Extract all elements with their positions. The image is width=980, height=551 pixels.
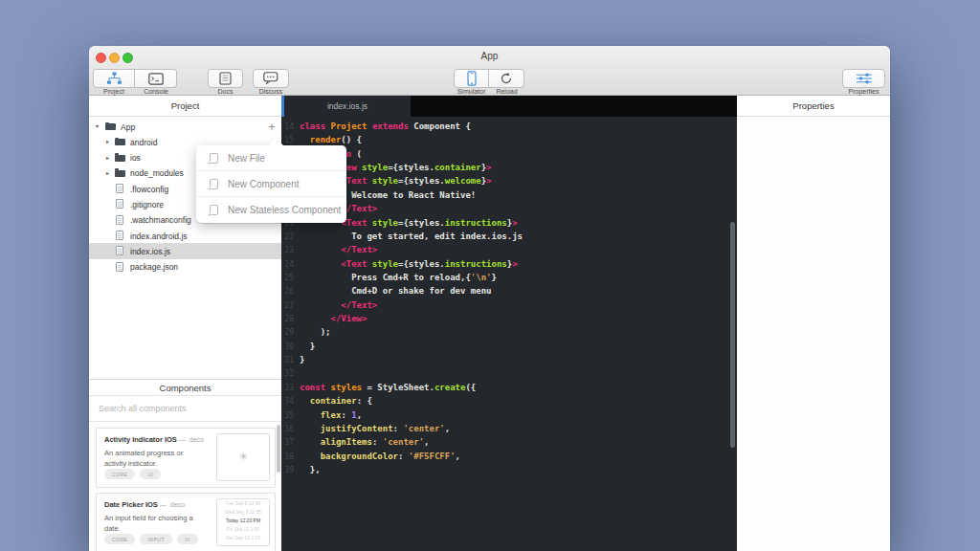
add-file-button[interactable]: + (264, 120, 279, 134)
tree-item-label: ios (130, 153, 141, 163)
new-file-menu: New FileNew ComponentNew Stateless Compo… (196, 145, 346, 223)
console-icon (148, 73, 164, 85)
code-line-text: </Text> (300, 300, 377, 310)
tree-item-package-json[interactable]: package.json (89, 259, 281, 275)
chevron-right-icon[interactable]: ▸ (106, 154, 109, 161)
line-number: 23 (281, 246, 294, 254)
code-line-text: Press Cmd+R to reload,{'\n'} (300, 273, 497, 282)
code-line-text: backgroundColor: '#F5FCFF', (300, 452, 460, 461)
code-line: 23 </Text> (281, 245, 737, 258)
code-line: 38 backgroundColor: '#F5FCFF', (281, 452, 737, 465)
component-card-description: An animated progress or activity indicat… (104, 449, 204, 469)
code-line: 16 return ( (281, 149, 737, 163)
chevron-right-icon[interactable]: ▸ (106, 169, 109, 176)
component-preview: Tue Sep 8 10 45Wed Sep 9 11 55Today 12 2… (216, 498, 270, 546)
components-panel-header: Components (89, 379, 281, 396)
project-panel-header: Project (89, 96, 281, 117)
component-card-activity-indicator-ios[interactable]: Activity Indicator IOS — decoAn animated… (96, 428, 276, 488)
tree-item-label: android (130, 138, 157, 147)
code-line-text: class Project extends Component { (300, 121, 471, 131)
folder-icon (115, 170, 125, 177)
tree-item-label: .flowconfig (130, 185, 168, 194)
code-line-text: } (300, 355, 304, 364)
console-button-label: Console (135, 88, 177, 95)
docs-button[interactable] (208, 69, 243, 88)
menu-item-new-component[interactable]: New Component (196, 171, 346, 197)
tree-item-index-ios-js[interactable]: index.ios.js (89, 243, 281, 258)
properties-icon (856, 73, 873, 84)
tree-item-index-android-js[interactable]: index.android.js (89, 228, 281, 243)
project-button[interactable] (93, 69, 135, 88)
code-line: 18 <Text style={styles.welcome}> (281, 176, 737, 189)
editor-scrollbar[interactable] (730, 222, 735, 448)
component-card-author: — deco (179, 436, 204, 443)
code-line-text: ); (300, 327, 331, 337)
tab-index-ios-js[interactable]: index.ios.js (284, 96, 411, 117)
code-line: 29 ); (281, 327, 737, 341)
component-card-tags: COREUI (104, 469, 161, 479)
tree-item-label: package.json (130, 262, 178, 272)
properties-button[interactable] (842, 69, 885, 88)
code-area[interactable]: 14class Project extends Component {15 re… (281, 121, 737, 478)
file-icon (116, 215, 123, 225)
file-icon (116, 246, 123, 255)
code-line: 15 render() { (281, 135, 737, 148)
line-number: 14 (281, 122, 294, 131)
line-number: 37 (281, 438, 294, 447)
line-number: 27 (281, 301, 294, 310)
date-picker-row: Wed Sep 9 11 55 (217, 508, 269, 517)
tree-item-App[interactable]: ▾App+ (89, 119, 281, 134)
code-line: 19 Welcome to React Native! (281, 190, 737, 204)
editor-tab-bar: index.ios.js (281, 96, 737, 117)
code-line: 17 <View style={styles.container}> (281, 163, 737, 176)
folder-icon (115, 139, 125, 145)
chevron-right-icon[interactable]: ▸ (106, 138, 109, 144)
reload-button[interactable] (489, 69, 524, 88)
code-line: 30 } (281, 342, 737, 355)
code-line: 27 </Text> (281, 300, 737, 314)
folder-icon (105, 123, 116, 130)
chevron-down-icon[interactable]: ▾ (96, 122, 99, 129)
component-card-date-picker-ios[interactable]: Date Picker IOS — decoAn input field for… (96, 493, 276, 551)
code-line: 14class Project extends Component { (281, 121, 737, 135)
code-line-text: </View> (300, 314, 367, 323)
code-line-text: justifyContent: 'center', (300, 424, 450, 433)
tree-item-label: App (121, 122, 135, 132)
code-line: 21 <Text style={styles.instructions}> (281, 218, 737, 231)
menu-item-new-stateless-component[interactable]: New Stateless Component (196, 197, 346, 223)
line-number: 24 (281, 260, 294, 269)
console-button[interactable] (135, 69, 177, 88)
docs-icon (219, 72, 232, 85)
tag-ui: UI (177, 534, 198, 544)
properties-button-label: Properties (842, 88, 885, 95)
tag-core: CORE (104, 469, 135, 479)
menu-item-new-file[interactable]: New File (196, 145, 346, 171)
reload-icon (500, 72, 513, 85)
file-icon (116, 199, 123, 209)
component-card-description: An input field for choosing a date. (104, 514, 204, 534)
simulator-button-label: Simulator (454, 88, 489, 95)
tag-ui: UI (140, 469, 161, 479)
reload-button-label: Reload (489, 88, 524, 95)
code-line-text: flex: 1, (300, 410, 362, 420)
code-line-text: } (300, 342, 315, 351)
line-number: 25 (281, 274, 294, 282)
code-line-text: alignItems: 'center', (300, 437, 430, 447)
components-scrollbar[interactable] (277, 425, 280, 473)
code-line: 37 alignItems: 'center', (281, 437, 737, 451)
date-picker-row: Sat Sep 12 2 15 (217, 534, 269, 542)
code-line-text: }, (300, 465, 321, 474)
folder-icon (115, 155, 125, 162)
code-line: 35 flex: 1, (281, 410, 737, 424)
discuss-button[interactable] (253, 69, 289, 88)
line-number: 34 (281, 397, 294, 406)
components-search-input[interactable]: Search all components (89, 396, 281, 422)
line-number: 29 (281, 328, 294, 337)
date-picker-row: Today 12 20 PM (217, 517, 269, 525)
discuss-button-label: Discuss (253, 88, 289, 95)
file-icon (116, 262, 123, 272)
code-line-text: </Text> (300, 245, 377, 254)
simulator-button[interactable] (454, 69, 489, 88)
component-preview: ✳ (216, 433, 270, 481)
component-card-author: — deco (160, 501, 185, 508)
